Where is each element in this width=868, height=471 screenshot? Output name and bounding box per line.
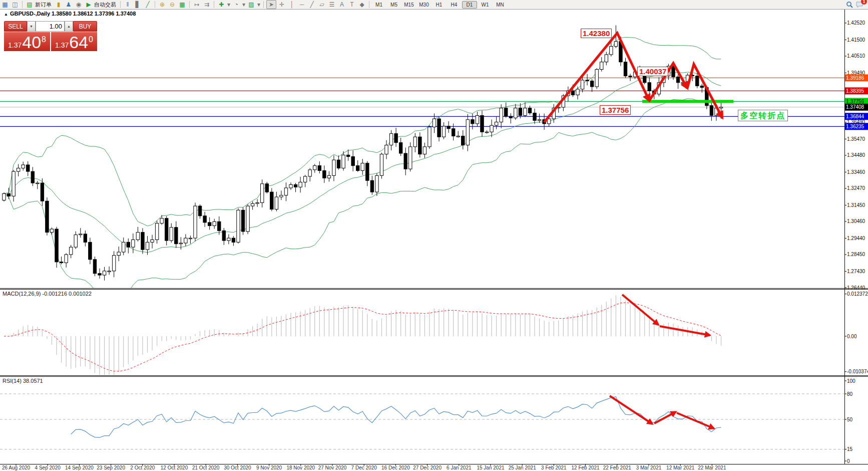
volume-decrease-button[interactable]: ▼ [27, 21, 36, 32]
line-chart-icon[interactable]: ╱ [143, 1, 152, 9]
sell-button[interactable]: SELL [4, 21, 27, 32]
zoom-out-icon[interactable]: ⊖ [168, 1, 177, 9]
timeframe-M30[interactable]: M30 [417, 2, 431, 8]
text-icon[interactable]: A [337, 1, 346, 9]
timeframe-H4[interactable]: H4 [447, 2, 461, 8]
new-order-label[interactable]: 新订单 [35, 1, 52, 9]
chart-canvas[interactable]: 1.425201.415001.405101.394901.364901.354… [0, 10, 868, 471]
auto-scroll-icon[interactable]: ↦ [192, 1, 201, 9]
svg-text:1.32470: 1.32470 [847, 185, 865, 191]
svg-text:80: 80 [847, 391, 853, 397]
vertical-line-icon[interactable]: │ [287, 1, 296, 9]
svg-text:0.00: 0.00 [847, 334, 857, 339]
svg-text:1.36844: 1.36844 [846, 114, 864, 119]
symbol-title[interactable]: ▲GBPUSD-,Daily 1.38580 1.38612 1.37396 1… [4, 11, 136, 17]
signals-icon[interactable]: ◉ [74, 1, 83, 9]
rsi-indicator-label: RSI(14) 38.0571 [3, 378, 43, 384]
bid-price-small: 1.37 [8, 40, 22, 50]
templates-icon[interactable]: ▨ [247, 1, 256, 9]
svg-text:-0.010374: -0.010374 [847, 369, 868, 374]
date-label: 22 Mar 2021 [691, 465, 733, 470]
price-annotation-1-42380[interactable]: 1.42380 [581, 29, 612, 38]
history-center-icon[interactable]: ▮ [54, 1, 63, 9]
price-annotation-1-37756[interactable]: 1.37756 [600, 105, 631, 115]
dropdown-arrow-icon[interactable]: ▾ [257, 1, 261, 9]
ask-price-sup: 0 [89, 32, 93, 47]
volume-input[interactable]: 1.00 [36, 21, 65, 32]
svg-text:1.30460: 1.30460 [847, 218, 865, 224]
chat-icon[interactable]: 1 [855, 1, 864, 9]
svg-text:1.41500: 1.41500 [847, 37, 865, 43]
horizontal-line-icon[interactable]: ─ [297, 1, 306, 9]
dropdown-arrow-icon[interactable]: ▾ [227, 1, 231, 9]
timeframe-D1[interactable]: D1 [462, 1, 477, 9]
new-chart-icon[interactable]: ▦ [1, 1, 10, 9]
chart-svg[interactable]: 1.425201.415001.405101.394901.364901.354… [0, 10, 868, 471]
svg-text:1.42520: 1.42520 [847, 20, 865, 26]
autotrading-label[interactable]: 自动交易 [94, 1, 116, 9]
svg-text:1.39186: 1.39186 [846, 75, 864, 81]
rsi-value: 38.0571 [23, 378, 43, 384]
chart-background [0, 10, 868, 471]
channel-icon[interactable]: ▱ [317, 1, 326, 9]
dropdown-arrow-icon[interactable]: ▾ [242, 1, 246, 9]
svg-text:1.27430: 1.27430 [847, 269, 865, 274]
support-highlight-bar [642, 100, 733, 103]
notification-badge: 1 [861, 0, 867, 5]
periods-icon[interactable]: ◔ [232, 1, 241, 9]
fibonacci-icon[interactable]: ☰ [327, 1, 336, 9]
toolbar-separator [369, 1, 369, 8]
toolbar-separator [263, 1, 264, 8]
bar-chart-icon[interactable]: ‖ [123, 1, 132, 9]
volume-increase-button[interactable]: ▲ [65, 21, 73, 32]
timeframe-H1[interactable]: H1 [432, 2, 446, 8]
macd-name: MACD(12,26,9) [3, 291, 41, 297]
label-icon[interactable]: T [347, 1, 356, 9]
symbol-title-text: GBPUSD-,Daily 1.38580 1.38612 1.37396 1.… [10, 11, 136, 17]
bid-price-big: 40 [22, 34, 41, 50]
ask-price-small: 1.37 [55, 40, 69, 50]
turning-point-note[interactable]: 多空转折点 [738, 110, 788, 121]
chart-shift-icon[interactable]: ⇉ [202, 1, 211, 9]
timeframe-MN[interactable]: MN [493, 2, 507, 8]
svg-text:1.28450: 1.28450 [847, 252, 865, 257]
price-annotation-1-40037[interactable]: 1.40037 [637, 67, 668, 76]
bid-price[interactable]: 1.37408 [4, 32, 50, 51]
toolbar-separator [120, 1, 121, 8]
buy-button[interactable]: BUY [73, 21, 97, 32]
profiles-icon[interactable]: ◫ [11, 1, 20, 9]
publisher-icon[interactable]: ♟ [64, 1, 73, 9]
cursor-icon[interactable]: ➤ [266, 0, 276, 9]
svg-text:1.29440: 1.29440 [847, 236, 865, 241]
timeframe-M15[interactable]: M15 [402, 2, 416, 8]
svg-text:50: 50 [847, 417, 853, 422]
candlestick-chart-icon[interactable]: ▋ [133, 1, 142, 9]
svg-text:1.40510: 1.40510 [847, 53, 865, 59]
autotrading-icon[interactable]: ▶ [84, 1, 93, 9]
search-icon[interactable] [845, 1, 854, 9]
svg-text:1.26440: 1.26440 [847, 285, 865, 291]
timeframe-M5[interactable]: M5 [387, 2, 401, 8]
time-axis[interactable]: 26 Aug 20204 Sep 202014 Sep 202023 Sep 2… [0, 465, 868, 471]
indicators-icon[interactable]: ✚ [217, 1, 226, 9]
toolbar-separator [189, 1, 190, 8]
zoom-in-icon[interactable]: ⊕ [158, 1, 167, 9]
toolbar-separator [22, 1, 23, 8]
svg-text:1.36235: 1.36235 [846, 124, 864, 129]
arrows-tool-icon[interactable]: ◆ [357, 1, 366, 9]
svg-text:15: 15 [847, 446, 853, 452]
timeframe-M1[interactable]: M1 [372, 2, 386, 8]
timeframe-W1[interactable]: W1 [478, 2, 492, 8]
collapse-panel-icon[interactable]: ▲ [4, 12, 8, 17]
svg-text:1.35470: 1.35470 [847, 136, 865, 142]
macd-indicator-label: MACD(12,26,9) -0.001216 0.001022 [3, 291, 92, 297]
one-click-trade-panel: SELL ▼ 1.00 ▲ BUY 1.37408 1.37640 [4, 21, 97, 51]
new-order-icon[interactable]: ▤ [25, 1, 34, 9]
tile-windows-icon[interactable]: ▦ [178, 1, 187, 9]
svg-text:1.31450: 1.31450 [847, 202, 865, 208]
svg-text:1.33460: 1.33460 [847, 169, 865, 175]
trendline-icon[interactable]: ╱ [307, 1, 316, 9]
crosshair-icon[interactable]: ✛ [277, 1, 286, 9]
ask-price[interactable]: 1.37640 [51, 32, 97, 51]
svg-text:0: 0 [847, 458, 850, 464]
